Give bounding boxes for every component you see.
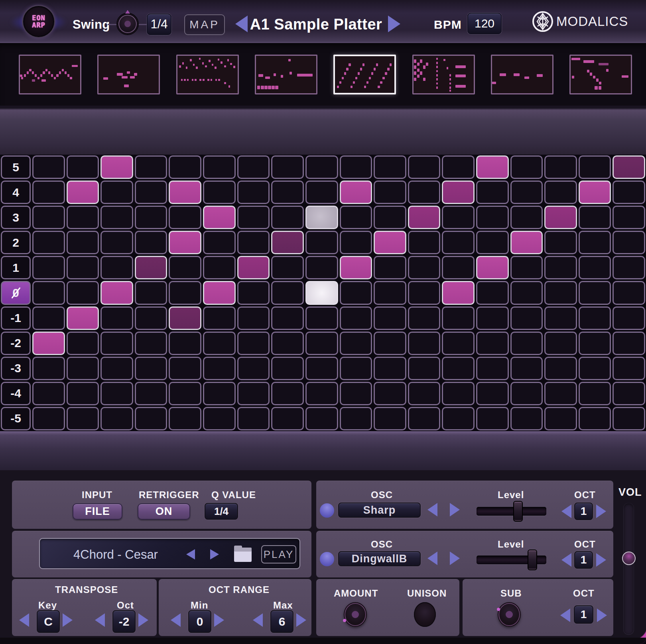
grid-cell-r-1-c14[interactable] bbox=[510, 306, 543, 330]
grid-cell-r0-c1[interactable] bbox=[67, 281, 99, 304]
grid-cell-r3-c4[interactable] bbox=[169, 206, 201, 229]
sub-oct-next[interactable] bbox=[597, 609, 607, 622]
grid-cell-r2-c10[interactable] bbox=[374, 231, 406, 254]
grid-cell-r-5-c17[interactable] bbox=[613, 407, 645, 430]
row-label--1[interactable]: -1 bbox=[1, 306, 31, 330]
grid-cell-r-2-c12[interactable] bbox=[442, 332, 475, 355]
grid-cell-r-2-c14[interactable] bbox=[510, 332, 543, 355]
grid-cell-r-5-c2[interactable] bbox=[100, 407, 133, 430]
grid-cell-r-3-c5[interactable] bbox=[203, 357, 236, 380]
grid-cell-r3-c15[interactable] bbox=[544, 206, 577, 229]
grid-cell-r-4-c8[interactable] bbox=[305, 382, 338, 405]
grid-cell-r-5-c4[interactable] bbox=[169, 407, 201, 430]
grid-cell-r-1-c5[interactable] bbox=[203, 306, 236, 330]
grid-cell-r4-c9[interactable] bbox=[340, 181, 372, 204]
grid-cell-r2-c11[interactable] bbox=[408, 231, 441, 254]
grid-cell-r-4-c0[interactable] bbox=[32, 382, 65, 405]
osc2-prev-arrow[interactable] bbox=[427, 552, 437, 565]
osc2-level-slider[interactable] bbox=[477, 556, 546, 564]
grid-cell-r3-c5[interactable] bbox=[203, 206, 236, 229]
grid-cell-r-4-c14[interactable] bbox=[510, 382, 543, 405]
min-next-arrow[interactable] bbox=[214, 613, 224, 627]
min-value-box[interactable]: 0 bbox=[188, 610, 211, 633]
grid-cell-r0-c12[interactable] bbox=[442, 281, 475, 304]
row-label-5[interactable]: 5 bbox=[1, 155, 31, 179]
grid-cell-r-5-c12[interactable] bbox=[442, 407, 475, 430]
grid-cell-r-2-c11[interactable] bbox=[408, 332, 441, 355]
grid-cell-r5-c12[interactable] bbox=[442, 155, 475, 179]
grid-cell-r1-c16[interactable] bbox=[579, 256, 611, 279]
grid-cell-r2-c0[interactable] bbox=[32, 231, 65, 254]
grid-cell-r-3-c3[interactable] bbox=[135, 357, 167, 380]
grid-cell-r-4-c2[interactable] bbox=[100, 382, 133, 405]
grid-cell-r1-c7[interactable] bbox=[271, 256, 304, 279]
grid-cell-r4-c13[interactable] bbox=[476, 181, 509, 204]
grid-cell-r4-c6[interactable] bbox=[237, 181, 270, 204]
grid-cell-r-5-c10[interactable] bbox=[374, 407, 406, 430]
grid-cell-r1-c6[interactable] bbox=[237, 256, 270, 279]
grid-cell-r5-c3[interactable] bbox=[135, 155, 167, 179]
grid-cell-r0-c14[interactable] bbox=[510, 281, 543, 304]
grid-cell-r-5-c0[interactable] bbox=[32, 407, 65, 430]
grid-cell-r3-c14[interactable] bbox=[510, 206, 543, 229]
grid-cell-r1-c10[interactable] bbox=[374, 256, 406, 279]
grid-cell-r2-c6[interactable] bbox=[237, 231, 270, 254]
grid-cell-r-4-c4[interactable] bbox=[169, 382, 201, 405]
grid-cell-r3-c12[interactable] bbox=[442, 206, 475, 229]
grid-cell-r4-c10[interactable] bbox=[374, 181, 406, 204]
grid-cell-r1-c1[interactable] bbox=[67, 256, 99, 279]
grid-cell-r-3-c11[interactable] bbox=[408, 357, 441, 380]
grid-cell-r-3-c15[interactable] bbox=[544, 357, 577, 380]
grid-cell-r4-c1[interactable] bbox=[67, 181, 99, 204]
grid-cell-r-1-c1[interactable] bbox=[67, 306, 99, 330]
qvalue-box[interactable]: 1/4 bbox=[205, 503, 238, 520]
grid-cell-r1-c15[interactable] bbox=[544, 256, 577, 279]
max-next-arrow[interactable] bbox=[296, 613, 306, 627]
grid-cell-r-1-c6[interactable] bbox=[237, 306, 270, 330]
osc2-level-knob[interactable] bbox=[528, 550, 537, 570]
file-next-arrow[interactable] bbox=[210, 549, 219, 560]
grid-cell-r-2-c6[interactable] bbox=[237, 332, 270, 355]
grid-cell-r-2-c9[interactable] bbox=[340, 332, 372, 355]
grid-cell-r3-c8[interactable] bbox=[305, 206, 338, 229]
grid-cell-r2-c14[interactable] bbox=[510, 231, 543, 254]
grid-cell-r5-c7[interactable] bbox=[271, 155, 304, 179]
grid-cell-r1-c0[interactable] bbox=[32, 256, 65, 279]
grid-cell-r4-c16[interactable] bbox=[579, 181, 611, 204]
grid-cell-r0-c5[interactable] bbox=[203, 281, 236, 304]
grid-cell-r-2-c1[interactable] bbox=[67, 332, 99, 355]
max-prev-arrow[interactable] bbox=[253, 613, 263, 627]
grid-cell-r2-c8[interactable] bbox=[305, 231, 338, 254]
map-button[interactable]: MAP bbox=[184, 14, 225, 35]
max-value-box[interactable]: 6 bbox=[270, 610, 293, 633]
grid-cell-r2-c12[interactable] bbox=[442, 231, 475, 254]
grid-cell-r4-c11[interactable] bbox=[408, 181, 441, 204]
grid-cell-r2-c15[interactable] bbox=[544, 231, 577, 254]
grid-cell-r-5-c5[interactable] bbox=[203, 407, 236, 430]
grid-cell-r5-c0[interactable] bbox=[32, 155, 65, 179]
grid-cell-r-2-c0[interactable] bbox=[32, 332, 65, 355]
swing-knob[interactable] bbox=[116, 13, 139, 35]
sub-knob[interactable] bbox=[498, 602, 521, 627]
grid-cell-r5-c5[interactable] bbox=[203, 155, 236, 179]
grid-cell-r-1-c10[interactable] bbox=[374, 306, 406, 330]
grid-cell-r5-c6[interactable] bbox=[237, 155, 270, 179]
grid-cell-r3-c16[interactable] bbox=[579, 206, 611, 229]
volume-slider[interactable] bbox=[623, 503, 634, 635]
grid-cell-r3-c11[interactable] bbox=[408, 206, 441, 229]
grid-cell-r4-c14[interactable] bbox=[510, 181, 543, 204]
grid-cell-r-4-c13[interactable] bbox=[476, 382, 509, 405]
grid-cell-r4-c12[interactable] bbox=[442, 181, 475, 204]
grid-cell-r5-c8[interactable] bbox=[305, 155, 338, 179]
grid-cell-r0-c3[interactable] bbox=[135, 281, 167, 304]
unison-knob[interactable] bbox=[414, 602, 436, 627]
grid-cell-r-1-c16[interactable] bbox=[579, 306, 611, 330]
grid-cell-r-3-c0[interactable] bbox=[32, 357, 65, 380]
grid-cell-r5-c4[interactable] bbox=[169, 155, 201, 179]
grid-cell-r-4-c11[interactable] bbox=[408, 382, 441, 405]
grid-cell-r0-c16[interactable] bbox=[579, 281, 611, 304]
folder-icon[interactable] bbox=[234, 548, 252, 562]
osc2-next-arrow[interactable] bbox=[450, 552, 460, 565]
grid-cell-r-4-c5[interactable] bbox=[203, 382, 236, 405]
pattern-thumbnail-1[interactable] bbox=[19, 55, 81, 94]
